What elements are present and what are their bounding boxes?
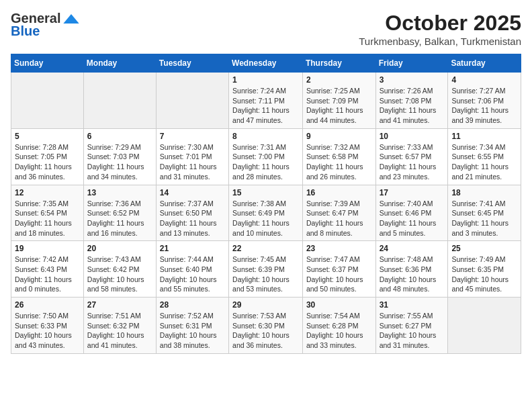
- table-row: 15Sunrise: 7:38 AM Sunset: 6:49 PM Dayli…: [229, 185, 303, 241]
- day-number: 21: [160, 244, 225, 253]
- table-row: 21Sunrise: 7:44 AM Sunset: 6:40 PM Dayli…: [156, 241, 228, 298]
- table-row: 23Sunrise: 7:47 AM Sunset: 6:37 PM Dayli…: [302, 241, 375, 298]
- calendar-week-row: 19Sunrise: 7:42 AM Sunset: 6:43 PM Dayli…: [11, 241, 521, 298]
- logo-icon: [63, 14, 79, 24]
- col-friday: Friday: [375, 54, 448, 73]
- day-info: Sunrise: 7:25 AM Sunset: 7:09 PM Dayligh…: [306, 86, 372, 126]
- table-row: [448, 298, 521, 354]
- table-row: 29Sunrise: 7:53 AM Sunset: 6:30 PM Dayli…: [229, 298, 303, 354]
- logo-blue: Blue: [11, 24, 40, 39]
- day-info: Sunrise: 7:39 AM Sunset: 6:47 PM Dayligh…: [306, 199, 372, 238]
- table-row: 9Sunrise: 7:32 AM Sunset: 6:58 PM Daylig…: [302, 128, 375, 185]
- calendar-table: Sunday Monday Tuesday Wednesday Thursday…: [11, 54, 521, 354]
- table-row: [83, 73, 156, 129]
- table-row: 20Sunrise: 7:43 AM Sunset: 6:42 PM Dayli…: [83, 241, 156, 298]
- day-info: Sunrise: 7:36 AM Sunset: 6:52 PM Dayligh…: [87, 199, 152, 238]
- calendar-week-row: 1Sunrise: 7:24 AM Sunset: 7:11 PM Daylig…: [11, 73, 521, 129]
- day-number: 30: [306, 300, 372, 310]
- day-number: 23: [306, 244, 372, 253]
- table-row: 3Sunrise: 7:26 AM Sunset: 7:08 PM Daylig…: [375, 73, 448, 129]
- day-number: 29: [232, 300, 299, 310]
- table-row: 14Sunrise: 7:37 AM Sunset: 6:50 PM Dayli…: [156, 185, 228, 241]
- day-info: Sunrise: 7:48 AM Sunset: 6:36 PM Dayligh…: [380, 255, 445, 294]
- day-number: 8: [232, 132, 299, 141]
- day-info: Sunrise: 7:44 AM Sunset: 6:40 PM Dayligh…: [160, 255, 225, 294]
- page-header: General Blue October 2025 Turkmenbasy, B…: [11, 11, 521, 47]
- day-number: 5: [15, 132, 80, 141]
- day-info: Sunrise: 7:55 AM Sunset: 6:27 PM Dayligh…: [380, 311, 445, 351]
- day-info: Sunrise: 7:38 AM Sunset: 6:49 PM Dayligh…: [232, 199, 299, 238]
- day-info: Sunrise: 7:53 AM Sunset: 6:30 PM Dayligh…: [232, 311, 299, 351]
- day-number: 2: [306, 75, 372, 85]
- table-row: 7Sunrise: 7:30 AM Sunset: 7:01 PM Daylig…: [156, 128, 228, 185]
- table-row: 30Sunrise: 7:54 AM Sunset: 6:28 PM Dayli…: [302, 298, 375, 354]
- table-row: 11Sunrise: 7:34 AM Sunset: 6:55 PM Dayli…: [448, 128, 521, 185]
- calendar-header-row: Sunday Monday Tuesday Wednesday Thursday…: [11, 54, 521, 73]
- day-number: 10: [380, 132, 445, 141]
- day-info: Sunrise: 7:29 AM Sunset: 7:03 PM Dayligh…: [87, 142, 152, 182]
- title-block: October 2025 Turkmenbasy, Balkan, Turkme…: [359, 11, 521, 47]
- day-number: 17: [380, 188, 445, 197]
- day-info: Sunrise: 7:42 AM Sunset: 6:43 PM Dayligh…: [15, 255, 80, 294]
- table-row: 16Sunrise: 7:39 AM Sunset: 6:47 PM Dayli…: [302, 185, 375, 241]
- table-row: 22Sunrise: 7:45 AM Sunset: 6:39 PM Dayli…: [229, 241, 303, 298]
- day-info: Sunrise: 7:31 AM Sunset: 7:00 PM Dayligh…: [232, 142, 299, 182]
- page-title: October 2025: [359, 11, 521, 36]
- day-number: 24: [380, 244, 445, 253]
- day-info: Sunrise: 7:30 AM Sunset: 7:01 PM Dayligh…: [160, 142, 225, 182]
- table-row: 12Sunrise: 7:35 AM Sunset: 6:54 PM Dayli…: [11, 185, 84, 241]
- col-sunday: Sunday: [11, 54, 84, 73]
- table-row: 2Sunrise: 7:25 AM Sunset: 7:09 PM Daylig…: [302, 73, 375, 129]
- day-info: Sunrise: 7:26 AM Sunset: 7:08 PM Dayligh…: [380, 86, 445, 126]
- day-info: Sunrise: 7:37 AM Sunset: 6:50 PM Dayligh…: [160, 199, 225, 238]
- day-info: Sunrise: 7:32 AM Sunset: 6:58 PM Dayligh…: [306, 142, 372, 182]
- svg-marker-0: [64, 14, 79, 24]
- day-number: 11: [451, 132, 517, 141]
- day-number: 7: [160, 132, 225, 141]
- day-number: 3: [380, 75, 445, 85]
- day-info: Sunrise: 7:45 AM Sunset: 6:39 PM Dayligh…: [232, 255, 299, 294]
- day-info: Sunrise: 7:28 AM Sunset: 7:05 PM Dayligh…: [15, 142, 80, 182]
- day-info: Sunrise: 7:34 AM Sunset: 6:55 PM Dayligh…: [451, 142, 517, 182]
- day-number: 18: [451, 188, 517, 197]
- table-row: 4Sunrise: 7:27 AM Sunset: 7:06 PM Daylig…: [448, 73, 521, 129]
- day-number: 4: [451, 75, 517, 85]
- table-row: 6Sunrise: 7:29 AM Sunset: 7:03 PM Daylig…: [83, 128, 156, 185]
- table-row: 27Sunrise: 7:51 AM Sunset: 6:32 PM Dayli…: [83, 298, 156, 354]
- day-number: 14: [160, 188, 225, 197]
- table-row: 10Sunrise: 7:33 AM Sunset: 6:57 PM Dayli…: [375, 128, 448, 185]
- day-number: 13: [87, 188, 152, 197]
- day-number: 12: [15, 188, 80, 197]
- col-thursday: Thursday: [302, 54, 375, 73]
- col-tuesday: Tuesday: [156, 54, 228, 73]
- col-monday: Monday: [83, 54, 156, 73]
- day-info: Sunrise: 7:51 AM Sunset: 6:32 PM Dayligh…: [87, 311, 152, 351]
- page-subtitle: Turkmenbasy, Balkan, Turkmenistan: [359, 36, 521, 47]
- col-saturday: Saturday: [448, 54, 521, 73]
- day-info: Sunrise: 7:52 AM Sunset: 6:31 PM Dayligh…: [160, 311, 225, 351]
- table-row: [156, 73, 228, 129]
- day-info: Sunrise: 7:41 AM Sunset: 6:45 PM Dayligh…: [451, 199, 517, 238]
- day-info: Sunrise: 7:27 AM Sunset: 7:06 PM Dayligh…: [451, 86, 517, 126]
- table-row: 17Sunrise: 7:40 AM Sunset: 6:46 PM Dayli…: [375, 185, 448, 241]
- day-info: Sunrise: 7:35 AM Sunset: 6:54 PM Dayligh…: [15, 199, 80, 238]
- day-info: Sunrise: 7:47 AM Sunset: 6:37 PM Dayligh…: [306, 255, 372, 294]
- table-row: 28Sunrise: 7:52 AM Sunset: 6:31 PM Dayli…: [156, 298, 228, 354]
- table-row: 1Sunrise: 7:24 AM Sunset: 7:11 PM Daylig…: [229, 73, 303, 129]
- logo: General Blue: [11, 11, 79, 39]
- day-info: Sunrise: 7:54 AM Sunset: 6:28 PM Dayligh…: [306, 311, 372, 351]
- day-number: 26: [15, 300, 80, 310]
- table-row: 13Sunrise: 7:36 AM Sunset: 6:52 PM Dayli…: [83, 185, 156, 241]
- day-number: 16: [306, 188, 372, 197]
- table-row: 8Sunrise: 7:31 AM Sunset: 7:00 PM Daylig…: [229, 128, 303, 185]
- calendar-week-row: 26Sunrise: 7:50 AM Sunset: 6:33 PM Dayli…: [11, 298, 521, 354]
- calendar-week-row: 5Sunrise: 7:28 AM Sunset: 7:05 PM Daylig…: [11, 128, 521, 185]
- day-number: 31: [380, 300, 445, 310]
- day-number: 27: [87, 300, 152, 310]
- table-row: [11, 73, 84, 129]
- day-number: 1: [232, 75, 299, 85]
- day-info: Sunrise: 7:33 AM Sunset: 6:57 PM Dayligh…: [380, 142, 445, 182]
- table-row: 24Sunrise: 7:48 AM Sunset: 6:36 PM Dayli…: [375, 241, 448, 298]
- day-number: 20: [87, 244, 152, 253]
- table-row: 18Sunrise: 7:41 AM Sunset: 6:45 PM Dayli…: [448, 185, 521, 241]
